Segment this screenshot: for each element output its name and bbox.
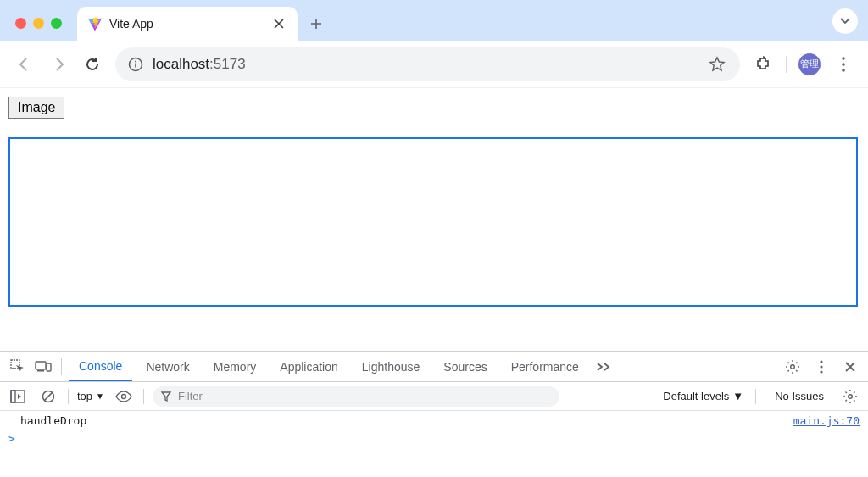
svg-point-3 [842,57,845,60]
tab-title: Vite App [109,17,264,31]
divider [61,358,62,375]
console-log-row[interactable]: handleDrop main.js:70 [0,411,868,430]
tab-sources[interactable]: Sources [433,352,497,381]
context-label: top [77,390,92,402]
log-message: handleDrop [20,414,86,427]
maximize-window-button[interactable] [51,18,62,29]
console-toolbar: top ▼ Filter Default levels ▼ No Issues [0,382,868,411]
page-content: Image [0,88,868,315]
prompt-caret: > [8,432,15,445]
console-settings-icon[interactable] [839,385,861,408]
tab-application[interactable]: Application [270,352,348,381]
devtools-panel: Console Network Memory Application Light… [0,351,868,477]
new-tab-button[interactable] [304,12,328,36]
devtools-settings-icon[interactable] [782,356,804,378]
svg-point-4 [842,63,845,66]
log-source-link[interactable]: main.js:70 [793,414,860,427]
svg-rect-8 [37,370,44,372]
browser-titlebar: Vite App [0,0,868,41]
svg-point-18 [849,394,853,398]
svg-rect-2 [135,63,136,67]
tab-lighthouse[interactable]: Lighthouse [352,352,431,381]
collapse-tabs-button[interactable] [832,8,858,34]
console-filter-input[interactable]: Filter [153,386,559,407]
svg-point-10 [791,364,795,369]
url-host: localhost [153,56,209,72]
tab-memory[interactable]: Memory [203,352,267,381]
toolbar-separator [786,56,787,73]
drop-zone[interactable] [8,137,858,307]
console-output: handleDrop main.js:70 > [0,411,868,477]
toggle-sidebar-icon[interactable] [7,385,29,408]
devtools-close-icon[interactable] [839,356,861,378]
console-prompt[interactable]: > [0,430,868,446]
browser-tab[interactable]: Vite App [77,7,298,41]
svg-point-5 [842,69,845,72]
divider [755,389,756,404]
more-tabs-icon[interactable] [596,362,611,372]
url-port: :5173 [209,56,246,72]
menu-icon[interactable] [832,53,854,75]
close-tab-icon[interactable] [270,19,287,29]
svg-point-13 [820,370,822,373]
svg-point-11 [820,360,822,363]
execution-context-selector[interactable]: top ▼ [77,390,104,402]
address-bar[interactable]: localhost:5173 [115,47,740,81]
levels-label: Default levels [663,390,729,402]
filter-icon [161,391,171,402]
svg-point-17 [121,394,125,398]
svg-point-12 [820,365,822,368]
live-expression-icon[interactable] [113,385,135,408]
minimize-window-button[interactable] [33,18,44,29]
divider [68,389,69,404]
log-levels-selector[interactable]: Default levels ▼ [663,390,743,402]
back-button[interactable] [14,53,36,75]
url-text: localhost:5173 [153,56,246,73]
image-button[interactable]: Image [8,97,64,119]
svg-point-1 [135,60,136,62]
divider [143,389,144,404]
issues-label[interactable]: No Issues [768,390,831,402]
browser-toolbar: localhost:5173 管理 [0,41,868,88]
extensions-icon[interactable] [752,53,774,75]
site-info-icon[interactable] [127,56,144,73]
reload-button[interactable] [81,53,103,75]
devtools-tab-bar: Console Network Memory Application Light… [0,352,868,382]
close-window-button[interactable] [15,18,26,29]
svg-rect-9 [47,363,51,371]
forward-button[interactable] [47,53,70,75]
vite-favicon-icon [87,16,103,31]
bookmark-icon[interactable] [706,53,728,75]
inspect-element-icon[interactable] [7,356,29,378]
tab-performance[interactable]: Performance [501,352,589,381]
tab-strip: Vite App [77,0,328,41]
filter-placeholder: Filter [178,390,203,402]
clear-console-icon[interactable] [37,385,59,408]
devtools-menu-icon[interactable] [810,356,832,378]
profile-avatar[interactable]: 管理 [798,53,821,75]
caret-down-icon: ▼ [732,390,743,402]
caret-down-icon: ▼ [96,391,104,401]
svg-rect-7 [36,362,46,369]
tab-network[interactable]: Network [136,352,199,381]
device-toolbar-icon[interactable] [32,356,54,378]
tab-console[interactable]: Console [69,352,132,381]
window-controls [0,18,77,41]
svg-rect-15 [11,391,15,402]
